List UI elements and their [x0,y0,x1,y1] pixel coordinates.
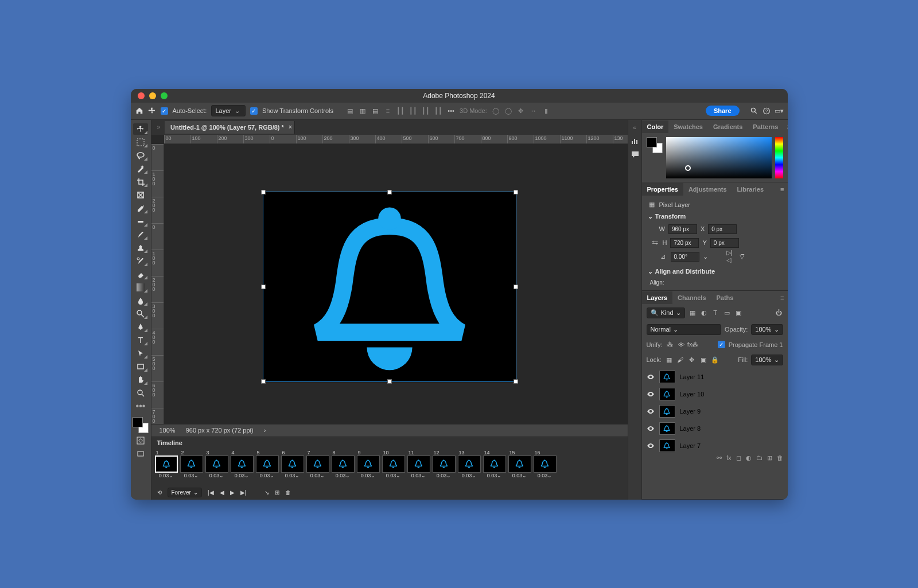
window-minimize-icon[interactable] [149,92,156,99]
unify-position-icon[interactable]: ⁂ [666,341,674,349]
more-icon[interactable]: ••• [447,107,455,115]
distribute-1-icon[interactable]: ┃┃ [396,107,404,115]
panel-menu-icon[interactable]: ≡ [777,294,787,301]
timeline-frame[interactable]: 30.03⌄ [205,450,228,485]
distribute-4-icon[interactable]: ┃┃ [434,107,442,115]
eraser-tool[interactable] [133,268,148,280]
frame-thumbnail[interactable] [433,455,456,473]
layer-name[interactable]: Layer 9 [680,408,701,415]
frame-thumbnail[interactable] [180,455,203,473]
frame-thumbnail[interactable] [508,455,531,473]
tab-swatches[interactable]: Swatches [668,120,708,133]
unify-style-icon[interactable]: fx⁂ [689,341,697,349]
lock-position-icon[interactable]: ✥ [688,356,696,364]
link-layers-icon[interactable]: ⚯ [717,454,722,462]
layer-thumbnail[interactable] [659,388,675,400]
tab-gradients[interactable]: Gradients [708,120,748,133]
type-tool[interactable]: T [133,334,148,346]
frame-duration[interactable]: 0.03⌄ [386,473,401,478]
layer-thumbnail[interactable] [659,439,675,452]
layer-name[interactable]: Layer 7 [680,442,701,449]
x-field[interactable]: 0 px [708,224,737,234]
color-swatches[interactable] [133,417,149,433]
height-field[interactable]: 720 px [670,238,699,248]
delete-frame-icon[interactable]: 🗑 [285,489,291,496]
align-center-h-icon[interactable]: ▥ [359,107,367,115]
frame-thumbnail[interactable] [231,455,254,473]
timeline-frame[interactable]: 40.03⌄ [231,450,254,485]
flip-v-icon[interactable]: ▽̅ [738,252,746,260]
frame-duration[interactable]: 0.03⌄ [538,473,553,478]
tab-patterns[interactable]: Patterns [748,120,783,133]
frame-thumbnail[interactable] [281,455,304,473]
frame-thumbnail[interactable] [407,455,430,473]
zoom-tool[interactable] [133,387,148,399]
home-icon[interactable] [135,107,143,115]
frame-duration[interactable]: 0.03⌄ [411,473,426,478]
color-fgbg-swatch[interactable] [647,137,663,153]
frame-duration[interactable]: 0.03⌄ [437,473,452,478]
adjustment-layer-icon[interactable]: ◐ [746,454,752,462]
duplicate-frame-icon[interactable]: ⊞ [275,489,279,496]
frame-thumbnail[interactable] [155,455,178,473]
zoom-level[interactable]: 100% [160,427,176,434]
close-tab-icon[interactable]: × [289,124,292,130]
y-field[interactable]: 0 px [710,238,739,248]
layer-thumbnail[interactable] [659,405,675,418]
timeline-frame[interactable]: 60.03⌄ [281,450,304,485]
move-tool[interactable] [133,123,148,135]
group-icon[interactable]: 🗀 [756,454,763,462]
tween-icon[interactable]: ↘ [264,489,269,496]
chevron-down-icon[interactable]: ⌄ [648,268,653,275]
unify-visibility-icon[interactable]: 👁 [678,341,686,349]
angle-menu-icon[interactable]: ⌄ [703,253,708,260]
link-wh-icon[interactable]: ⮀ [651,239,659,247]
brush-tool[interactable] [133,229,148,240]
visibility-icon[interactable] [647,390,655,398]
panel-menu-icon[interactable]: ≡ [777,186,787,193]
timeline-frame[interactable]: 140.03⌄ [483,450,506,485]
layer-fx-icon[interactable]: fx [726,454,732,462]
timeline-frame[interactable]: 150.03⌄ [508,450,531,485]
rectangle-tool[interactable] [133,361,148,372]
layer-row[interactable]: Layer 10 [642,385,788,403]
frame-duration[interactable]: 0.03⌄ [487,473,502,478]
frame-thumbnail[interactable] [534,455,557,473]
show-transform-checkbox[interactable]: ✓ [250,107,258,115]
frame-duration[interactable]: 0.03⌄ [159,473,174,478]
filter-kind[interactable]: 🔍Kind ⌄ [647,307,685,318]
tab-expand-icon[interactable]: » [157,124,161,130]
layer-row[interactable]: Layer 9 [642,403,788,420]
auto-select-target[interactable]: Layer ⌄ [211,105,246,116]
edit-toolbar[interactable]: ••• [133,400,148,412]
color-picker-field[interactable] [666,137,772,178]
histogram-panel-icon[interactable] [631,137,639,145]
layer-mask-icon[interactable]: ◻ [736,454,741,462]
distribute-2-icon[interactable]: ┃┃ [409,107,417,115]
filter-toggle-icon[interactable]: ⏻ [775,309,783,317]
layer-thumbnail[interactable] [659,422,675,435]
filter-pixel-icon[interactable]: ▦ [688,309,697,317]
tab-properties[interactable]: Properties [642,183,683,196]
width-field[interactable]: 960 px [668,224,697,234]
dodge-tool[interactable] [133,308,148,320]
play-icon[interactable]: ▶ [230,489,235,496]
align-left-icon[interactable]: ▤ [346,107,354,115]
tab-layers[interactable]: Layers [642,291,672,304]
timeline-frame[interactable]: 130.03⌄ [458,450,481,485]
visibility-icon[interactable] [647,407,655,415]
frame-duration[interactable]: 0.03⌄ [512,473,527,478]
frame-thumbnail[interactable] [357,455,380,473]
frame-duration[interactable]: 0.03⌄ [285,473,300,478]
timeline-frame[interactable]: 70.03⌄ [306,450,329,485]
history-brush-tool[interactable] [133,255,148,267]
collapse-indicator-icon[interactable]: « [633,124,636,131]
visibility-icon[interactable] [647,425,655,433]
timeline-frame[interactable]: 90.03⌄ [357,450,380,485]
layer-thumbnail[interactable] [659,371,675,383]
timeline-frame[interactable]: 80.03⌄ [332,450,355,485]
layer-row[interactable]: Layer 7 [642,437,788,452]
lock-artboard-icon[interactable]: ▣ [699,356,707,364]
frame-duration[interactable]: 0.03⌄ [336,473,351,478]
frame-thumbnail[interactable] [483,455,506,473]
